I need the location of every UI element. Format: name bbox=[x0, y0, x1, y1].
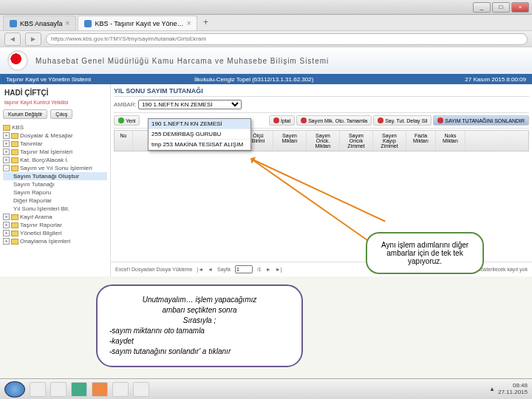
tree-node[interactable]: +Kat. Borç/Alacak İ. bbox=[3, 156, 107, 164]
col-sk: Sayım Kayıp Zimmet bbox=[373, 131, 406, 151]
auto-icon bbox=[301, 117, 307, 123]
tree-node-selected[interactable]: Sayım Tutanağı Oluştur bbox=[3, 172, 107, 180]
folder-icon bbox=[11, 149, 18, 155]
sub-right: 27 Kasım 2015 8:00:09 bbox=[465, 76, 526, 83]
upload-link[interactable]: Excel'i Dosyadan Dosya Yükleme bbox=[115, 267, 192, 272]
cancel-button[interactable]: İptal bbox=[269, 115, 295, 126]
dropdown-item[interactable]: 190 1.NEFT.N KN ZEMESİ bbox=[149, 119, 250, 129]
back-button[interactable]: ◄ bbox=[4, 33, 21, 46]
task-icon[interactable] bbox=[50, 382, 66, 397]
start-button[interactable] bbox=[4, 381, 25, 398]
folder-icon bbox=[11, 214, 18, 220]
main-panel: YIL SONU SAYIM TUTANAĞI AMBAR: 190 1.NEF… bbox=[111, 84, 532, 276]
expand-icon[interactable]: + bbox=[3, 238, 10, 245]
favicon bbox=[84, 20, 92, 27]
url-bar: ◄ ► https://www.kbs.gov.tr/TMYS/tmy/sayi… bbox=[0, 31, 532, 47]
tree-node[interactable]: KBS bbox=[3, 123, 107, 132]
tree-node[interactable]: +Yönetici Bilgileri bbox=[3, 229, 107, 237]
no-records: Gösterilecek kayıt yok bbox=[477, 267, 528, 272]
header-title: Muhasebat Genel Müdürlüğü Kamu Harcama v… bbox=[35, 57, 329, 65]
col-nm: Noks Miktarı bbox=[436, 131, 466, 151]
delete-detail-button[interactable]: Say. Tut. Detay Sil bbox=[373, 115, 432, 126]
taskbar: ▲ 08:48 27.11.2015 bbox=[0, 378, 532, 399]
system-tray[interactable]: ▲ 08:48 27.11.2015 bbox=[489, 383, 528, 396]
tree-node[interactable]: +Kayıt Arama bbox=[3, 213, 107, 221]
tree-node[interactable]: Diğer Raporlar bbox=[3, 197, 107, 205]
pager-label: Sayfa bbox=[217, 267, 231, 272]
cancel-icon bbox=[273, 117, 279, 123]
tab-kbs-tasinir[interactable]: KBS - Taşınır Kayıt ve Yöne…× bbox=[78, 16, 197, 30]
col-som: Sayım Önck. Miktarı bbox=[307, 131, 340, 151]
pager-first[interactable]: |◄ bbox=[197, 267, 203, 272]
new-tab-button[interactable]: + bbox=[199, 17, 212, 30]
folder-icon bbox=[11, 239, 18, 245]
callout-1: Aynı işlem adımlarını diğer ambarlar içi… bbox=[366, 232, 484, 274]
expand-icon[interactable]: + bbox=[3, 132, 10, 139]
tree-node[interactable]: +Onaylama İşlemleri bbox=[3, 237, 107, 245]
callout-2: Unutmayalım… işlem yapacağımız ambarı se… bbox=[96, 284, 303, 367]
collapse-icon[interactable]: - bbox=[3, 165, 10, 171]
minimize-button[interactable]: _ bbox=[473, 2, 491, 13]
dropdown-item[interactable]: tmp 253 MAKİNA TESİSAT ALIŞIM bbox=[149, 140, 250, 150]
address-input[interactable]: https://www.kbs.gov.tr/TMYS/tmy/sayim/tu… bbox=[46, 33, 528, 45]
pager-last[interactable]: ►| bbox=[276, 267, 282, 272]
tab-label: KBS - Taşınır Kayıt ve Yöne… bbox=[95, 20, 183, 27]
task-icon[interactable] bbox=[71, 382, 87, 397]
folder-icon bbox=[11, 157, 18, 163]
close-button[interactable]: × bbox=[511, 2, 529, 13]
annotation-arrow bbox=[250, 158, 372, 244]
folder-icon bbox=[11, 231, 18, 236]
close-tab-icon[interactable]: × bbox=[66, 19, 70, 27]
tree-node[interactable]: Sayım Raporu bbox=[3, 188, 107, 197]
panel-title: YIL SONU SAYIM TUTANAĞI bbox=[114, 87, 529, 97]
user-name: HADİ ÇİFTÇİ bbox=[3, 87, 107, 98]
forward-button[interactable]: ► bbox=[25, 33, 41, 46]
auto-complete-button[interactable]: Sayım Mik. Oto. Tamamla bbox=[296, 115, 372, 126]
logout-button[interactable]: Çıkış bbox=[50, 109, 72, 119]
new-button[interactable]: Yeni bbox=[114, 115, 140, 126]
tree-node[interactable]: +Tanımlar bbox=[3, 140, 107, 148]
user-role: taşınır Kayıt Kontrol Yetkilisi bbox=[3, 98, 107, 106]
expand-icon[interactable]: + bbox=[3, 157, 10, 163]
tab-kbs-anasayfa[interactable]: KBS Anasayfa× bbox=[3, 16, 76, 30]
expand-icon[interactable]: + bbox=[3, 230, 10, 236]
change-org-button[interactable]: Kurum Değiştir bbox=[3, 109, 47, 119]
task-icon[interactable] bbox=[112, 382, 129, 397]
finalize-icon bbox=[437, 117, 443, 123]
expand-icon[interactable]: + bbox=[3, 149, 10, 155]
app-header: Muhasebat Genel Müdürlüğü Kamu Harcama v… bbox=[0, 47, 532, 74]
window-titlebar: _ □ × bbox=[0, 0, 532, 15]
sub-header: Taşınır Kayıt ve Yönetim Sistemi İlkokul… bbox=[0, 74, 532, 84]
tree-node[interactable]: +Dosyalar & Mesajlar bbox=[3, 132, 107, 140]
close-tab-icon[interactable]: × bbox=[187, 19, 191, 27]
tray-icon[interactable]: ▲ bbox=[489, 386, 495, 392]
pager-prev[interactable]: ◄ bbox=[208, 267, 213, 272]
plus-icon bbox=[118, 117, 124, 123]
ambar-select[interactable]: 190 1.NEFT.N KN ZEMESİ bbox=[138, 100, 242, 109]
page-input[interactable] bbox=[235, 265, 253, 273]
folder-icon bbox=[11, 222, 18, 228]
folder-icon bbox=[11, 141, 18, 147]
expand-icon[interactable]: + bbox=[3, 214, 10, 220]
folder-icon bbox=[11, 133, 18, 139]
expand-icon[interactable]: + bbox=[3, 140, 10, 147]
tree-node[interactable]: Yıl Sonu İşlemleri Bit. bbox=[3, 205, 107, 213]
tree-node[interactable]: +Taşınır Mal İşlemleri bbox=[3, 148, 107, 156]
expand-icon[interactable]: + bbox=[3, 222, 10, 228]
favicon bbox=[10, 20, 17, 27]
tree-node[interactable]: Sayım Tutanağı bbox=[3, 180, 107, 188]
finalize-button[interactable]: SAYIM TUTANAĞINI SONLANDIR bbox=[433, 115, 529, 126]
task-icon[interactable] bbox=[92, 382, 108, 397]
sub-left: Taşınır Kayıt ve Yönetim Sistemi bbox=[6, 76, 91, 83]
ambar-dropdown[interactable]: 190 1.NEFT.N KN ZEMESİ 255 DEMİRBAŞ GURU… bbox=[148, 118, 251, 151]
dropdown-item[interactable]: 255 DEMİRBAŞ GURUBU bbox=[149, 129, 250, 140]
maximize-button[interactable]: □ bbox=[492, 2, 510, 13]
delete-icon bbox=[378, 117, 383, 123]
pager-next[interactable]: ► bbox=[266, 267, 271, 272]
pager-of: /1 bbox=[257, 267, 262, 272]
tree-node[interactable]: -Sayım ve Yıl Sonu İşlemleri bbox=[3, 164, 107, 172]
tree-node[interactable]: +Taşınır Raporlar bbox=[3, 221, 107, 229]
task-icon[interactable] bbox=[133, 382, 149, 397]
browser-tabs: KBS Anasayfa× KBS - Taşınır Kayıt ve Yön… bbox=[0, 15, 532, 31]
task-icon[interactable] bbox=[30, 382, 46, 397]
